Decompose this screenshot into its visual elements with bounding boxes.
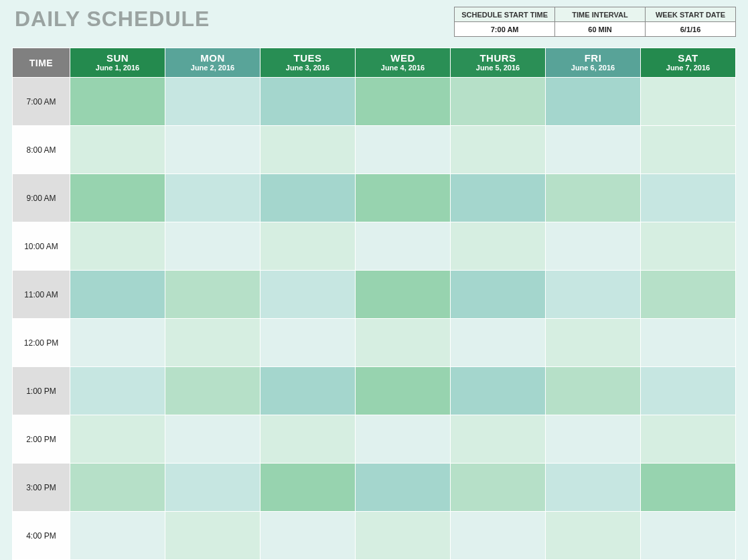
- schedule-cell[interactable]: [356, 78, 451, 126]
- schedule-cell[interactable]: [70, 512, 165, 560]
- schedule-cell[interactable]: [260, 319, 356, 367]
- schedule-cell[interactable]: [70, 78, 165, 126]
- day-header-wed: WEDJune 4, 2016: [356, 48, 451, 78]
- page-title: DAILY SCHEDULE: [15, 7, 210, 31]
- schedule-cell[interactable]: [356, 464, 451, 512]
- schedule-cell[interactable]: [451, 126, 546, 174]
- schedule-cell[interactable]: [641, 271, 736, 319]
- time-label: 4:00 PM: [13, 512, 70, 560]
- schedule-cell[interactable]: [451, 78, 546, 126]
- schedule-cell[interactable]: [260, 367, 356, 415]
- schedule-cell[interactable]: [260, 78, 356, 126]
- day-name: WED: [358, 53, 447, 64]
- time-label: 1:00 PM: [13, 367, 70, 415]
- schedule-cell[interactable]: [546, 415, 641, 464]
- day-header-mon: MONJune 2, 2016: [165, 48, 260, 78]
- schedule-cell[interactable]: [546, 78, 641, 126]
- schedule-cell[interactable]: [70, 174, 165, 222]
- schedule-cell[interactable]: [451, 174, 546, 222]
- schedule-cell[interactable]: [546, 222, 641, 271]
- schedule-cell[interactable]: [70, 271, 165, 319]
- time-column-header: TIME: [13, 48, 70, 78]
- schedule-cell[interactable]: [546, 271, 641, 319]
- config-value-week-start[interactable]: 6/1/16: [646, 22, 736, 37]
- schedule-cell[interactable]: [260, 271, 356, 319]
- day-date: June 1, 2016: [73, 64, 162, 72]
- schedule-cell[interactable]: [70, 367, 165, 415]
- schedule-cell[interactable]: [165, 126, 260, 174]
- schedule-cell[interactable]: [165, 415, 260, 464]
- schedule-cell[interactable]: [356, 222, 451, 271]
- schedule-cell[interactable]: [356, 512, 451, 560]
- schedule-cell[interactable]: [70, 222, 165, 271]
- schedule-cell[interactable]: [70, 319, 165, 367]
- time-label: 12:00 PM: [13, 319, 70, 367]
- schedule-cell[interactable]: [356, 415, 451, 464]
- schedule-cell[interactable]: [70, 126, 165, 174]
- day-date: June 4, 2016: [358, 64, 447, 72]
- schedule-cell[interactable]: [260, 174, 356, 222]
- schedule-cell[interactable]: [546, 174, 641, 222]
- day-date: June 6, 2016: [548, 64, 638, 72]
- schedule-cell[interactable]: [165, 367, 260, 415]
- day-name: SAT: [644, 53, 733, 64]
- schedule-cell[interactable]: [165, 512, 260, 560]
- schedule-cell[interactable]: [641, 222, 736, 271]
- schedule-cell[interactable]: [641, 126, 736, 174]
- schedule-cell[interactable]: [641, 78, 736, 126]
- day-header-tues: TUESJune 3, 2016: [260, 48, 356, 78]
- schedule-cell[interactable]: [451, 415, 546, 464]
- schedule-cell[interactable]: [260, 512, 356, 560]
- schedule-cell[interactable]: [165, 464, 260, 512]
- schedule-cell[interactable]: [641, 512, 736, 560]
- schedule-cell[interactable]: [641, 367, 736, 415]
- schedule-cell[interactable]: [641, 415, 736, 464]
- schedule-cell[interactable]: [260, 126, 356, 174]
- schedule-cell[interactable]: [70, 415, 165, 464]
- schedule-cell[interactable]: [356, 319, 451, 367]
- schedule-cell[interactable]: [451, 271, 546, 319]
- day-date: June 3, 2016: [263, 64, 352, 72]
- schedule-cell[interactable]: [451, 319, 546, 367]
- schedule-cell[interactable]: [70, 464, 165, 512]
- schedule-cell[interactable]: [260, 222, 356, 271]
- day-name: SUN: [73, 53, 162, 64]
- schedule-cell[interactable]: [356, 271, 451, 319]
- time-label: 10:00 AM: [13, 222, 70, 271]
- day-date: June 5, 2016: [453, 64, 542, 72]
- schedule-cell[interactable]: [451, 367, 546, 415]
- config-header-start-time: SCHEDULE START TIME: [455, 7, 555, 22]
- schedule-cell[interactable]: [641, 319, 736, 367]
- config-value-start-time[interactable]: 7:00 AM: [455, 22, 555, 37]
- schedule-cell[interactable]: [546, 319, 641, 367]
- schedule-cell[interactable]: [451, 464, 546, 512]
- schedule-cell[interactable]: [546, 126, 641, 174]
- schedule-cell[interactable]: [260, 415, 356, 464]
- schedule-cell[interactable]: [451, 512, 546, 560]
- schedule-cell[interactable]: [546, 367, 641, 415]
- schedule-cell[interactable]: [451, 222, 546, 271]
- day-name: THURS: [453, 53, 542, 64]
- schedule-cell[interactable]: [165, 271, 260, 319]
- schedule-cell[interactable]: [356, 174, 451, 222]
- day-date: June 2, 2016: [168, 64, 257, 72]
- schedule-cell[interactable]: [260, 464, 356, 512]
- time-label: 11:00 AM: [13, 271, 70, 319]
- time-label: 3:00 PM: [13, 464, 70, 512]
- schedule-cell[interactable]: [165, 174, 260, 222]
- schedule-cell[interactable]: [165, 319, 260, 367]
- day-header-sun: SUNJune 1, 2016: [70, 48, 165, 78]
- schedule-cell[interactable]: [546, 464, 641, 512]
- schedule-cell[interactable]: [641, 174, 736, 222]
- config-value-interval[interactable]: 60 MIN: [555, 22, 646, 37]
- schedule-cell[interactable]: [165, 78, 260, 126]
- schedule-cell[interactable]: [641, 464, 736, 512]
- schedule-cell[interactable]: [165, 222, 260, 271]
- day-name: MON: [168, 53, 257, 64]
- schedule-cell[interactable]: [356, 126, 451, 174]
- schedule-cell[interactable]: [546, 512, 641, 560]
- config-header-interval: TIME INTERVAL: [555, 7, 646, 22]
- day-header-fri: FRIJune 6, 2016: [546, 48, 641, 78]
- day-header-thurs: THURSJune 5, 2016: [451, 48, 546, 78]
- schedule-cell[interactable]: [356, 367, 451, 415]
